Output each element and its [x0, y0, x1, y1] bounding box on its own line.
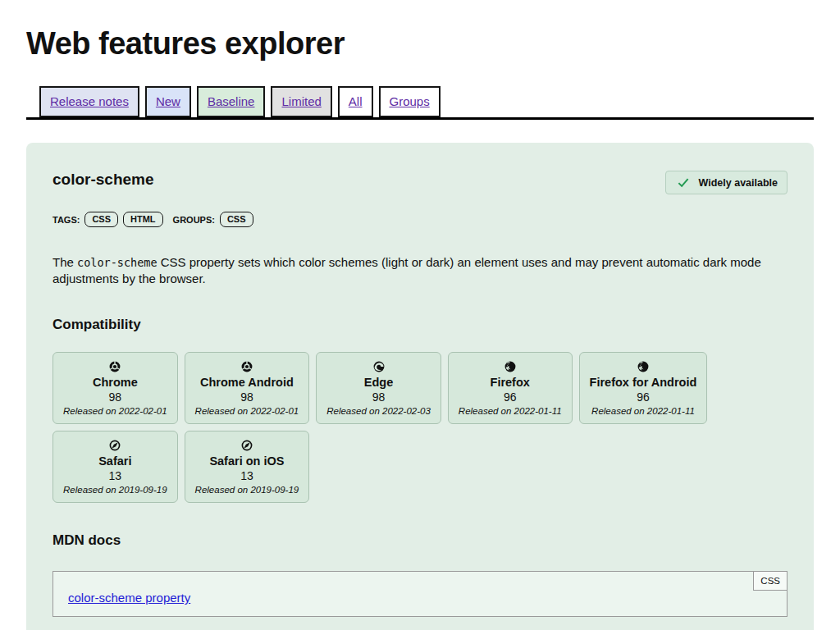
browser-version: 98	[195, 390, 299, 404]
mdn-link-tag: CSS	[753, 572, 787, 591]
browser-compat-card: Firefox 96 Released on 2022-01-11	[448, 352, 573, 424]
browser-name: Chrome	[63, 376, 167, 389]
tab-new[interactable]: New	[145, 86, 191, 117]
browser-compat-card: Edge 98 Released on 2022-02-03	[316, 352, 441, 424]
feature-description: The color-scheme CSS property sets which…	[52, 254, 788, 287]
browser-compat-card: Safari on iOS 13 Released on 2019-09-19	[185, 431, 310, 503]
browser-compat-card: Firefox for Android 96 Released on 2022-…	[579, 352, 708, 424]
mdn-docs-heading: MDN docs	[52, 532, 788, 549]
browser-name: Edge	[326, 376, 431, 389]
browser-version: 96	[590, 390, 697, 404]
browser-release-date: Released on 2019-09-19	[63, 485, 167, 495]
group-pills: CSS	[220, 212, 253, 227]
browser-version: 96	[459, 390, 562, 404]
firefox-icon	[504, 361, 516, 372]
groups-label: GROUPS:	[173, 215, 215, 225]
browser-release-date: Released on 2019-09-19	[195, 485, 299, 495]
check-icon	[675, 176, 692, 189]
browser-compat-card: Safari 13 Released on 2019-09-19	[52, 431, 178, 503]
firefox-icon	[637, 361, 649, 372]
browser-version: 13	[63, 469, 167, 482]
baseline-status-badge: Widely available	[665, 171, 788, 194]
edge-icon	[373, 361, 385, 372]
browser-version: 98	[326, 390, 431, 404]
compatibility-heading: Compatibility	[52, 317, 788, 333]
browser-name: Firefox for Android	[590, 376, 697, 389]
tab-groups[interactable]: Groups	[379, 86, 441, 117]
browser-compat-card: Chrome Android 98 Released on 2022-02-01	[185, 352, 310, 424]
tags-row: TAGS: CSSHTML GROUPS: CSS	[52, 212, 788, 227]
safari-icon	[241, 440, 253, 451]
group-pill: CSS	[220, 212, 253, 227]
browser-name: Safari	[63, 454, 167, 468]
baseline-status-label: Widely available	[699, 177, 778, 189]
tag-pills: CSSHTML	[84, 212, 162, 227]
page-title: Web features explorer	[26, 26, 840, 62]
feature-card: color-scheme Widely available TAGS: CSSH…	[26, 143, 814, 630]
feature-header: color-scheme Widely available	[52, 171, 788, 194]
tag-pill: CSS	[84, 212, 118, 227]
browser-release-date: Released on 2022-01-11	[459, 406, 562, 416]
mdn-doc-link[interactable]: color-scheme property	[68, 591, 190, 605]
browser-release-date: Released on 2022-02-01	[195, 406, 299, 416]
browser-release-date: Released on 2022-02-03	[326, 406, 431, 416]
chrome-icon	[241, 361, 253, 372]
feature-name: color-scheme	[52, 171, 154, 189]
browser-compat-grid: Chrome 98 Released on 2022-02-01 Chrome …	[52, 352, 742, 503]
tab-release-notes[interactable]: Release notes	[39, 86, 139, 117]
browser-version: 98	[63, 390, 167, 404]
tab-limited[interactable]: Limited	[271, 86, 331, 117]
browser-name: Chrome Android	[195, 376, 299, 389]
chrome-icon	[109, 361, 121, 372]
browser-name: Safari on iOS	[195, 454, 299, 468]
description-text: CSS property sets which color schemes (l…	[52, 255, 761, 285]
tab-all[interactable]: All	[338, 86, 373, 117]
description-code: color-scheme	[77, 256, 158, 269]
description-text: The	[52, 255, 77, 269]
safari-icon	[109, 440, 121, 451]
mdn-links: color-scheme property CSS	[52, 571, 788, 617]
browser-release-date: Released on 2022-01-11	[590, 406, 697, 416]
browser-release-date: Released on 2022-02-01	[63, 406, 167, 416]
browser-version: 13	[195, 469, 299, 482]
browser-name: Firefox	[459, 376, 562, 389]
tag-pill: HTML	[123, 212, 163, 227]
tags-label: TAGS:	[52, 215, 80, 225]
tab-baseline[interactable]: Baseline	[197, 86, 266, 117]
main-nav: Release notes New Baseline Limited All G…	[26, 86, 814, 120]
browser-compat-card: Chrome 98 Released on 2022-02-01	[52, 352, 178, 424]
mdn-link-box: color-scheme property CSS	[52, 571, 788, 617]
